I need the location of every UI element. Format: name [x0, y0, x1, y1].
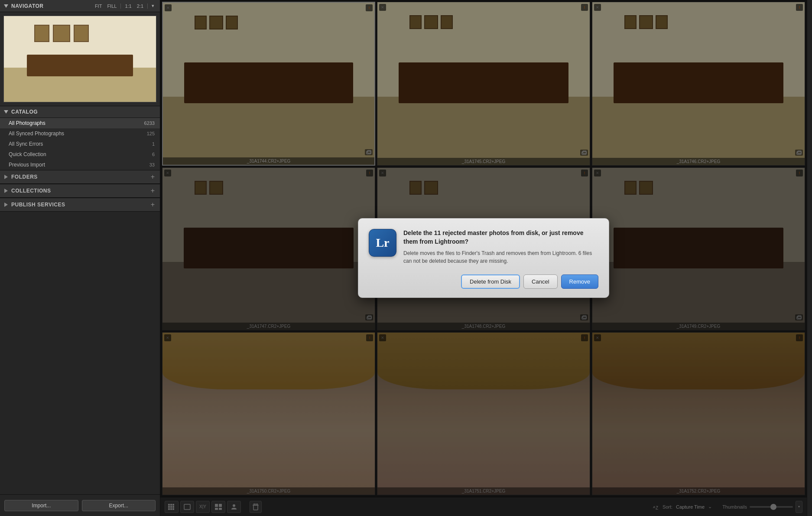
collections-add-btn[interactable]: +	[150, 187, 156, 194]
navigator-title: Navigator	[11, 3, 94, 9]
catalog-item-quick-collection[interactable]: Quick Collection 6	[0, 149, 160, 160]
publish-services-title: Publish Services	[11, 202, 150, 208]
catalog-item-sync-errors[interactable]: All Sync Errors 1	[0, 139, 160, 149]
catalog-item-previous-import-count: 33	[149, 162, 155, 167]
catalog-triangle	[4, 110, 8, 114]
import-button[interactable]: Import...	[4, 500, 78, 511]
nav-fill-btn[interactable]: FILL	[106, 3, 118, 9]
dialog-text: Delete the 11 rejected master photos fro…	[403, 229, 598, 265]
catalog-header[interactable]: Catalog	[0, 106, 160, 118]
collections-title: Collections	[11, 188, 150, 194]
folders-section: Folders +	[0, 170, 160, 184]
nav-2-1-btn[interactable]: 2:1	[136, 3, 145, 9]
lightroom-icon: Lr	[369, 229, 396, 257]
catalog-item-synced-count: 125	[147, 131, 155, 136]
left-panel: Navigator FIT FILL 1:1 2:1 ▾	[0, 0, 160, 516]
art-panel-2	[53, 25, 70, 42]
catalog-item-synced-label: All Synced Photographs	[9, 131, 147, 137]
room-bench	[27, 55, 133, 76]
navigator-preview	[0, 12, 160, 106]
publish-services-header[interactable]: Publish Services +	[0, 198, 160, 212]
nav-dropdown-btn[interactable]: ▾	[150, 3, 156, 9]
catalog-item-quick-collection-count: 6	[152, 152, 155, 157]
folders-add-btn[interactable]: +	[150, 173, 156, 180]
nav-controls: FIT FILL 1:1 2:1 ▾	[94, 3, 156, 9]
navigator-triangle	[4, 4, 8, 8]
catalog-title: Catalog	[11, 109, 156, 115]
dialog-message: Delete moves the files to Finder's Trash…	[403, 249, 598, 265]
navigator-section: Navigator FIT FILL 1:1 2:1 ▾	[0, 0, 160, 106]
art-panel-3	[74, 25, 89, 42]
wall-art	[34, 25, 89, 42]
catalog-items: All Photographs 6233 All Synced Photogra…	[0, 118, 160, 170]
preview-image	[3, 16, 156, 102]
dialog-overlay: Lr Delete the 11 rejected master photos …	[160, 0, 807, 516]
nav-separator	[120, 3, 121, 9]
collections-header[interactable]: Collections +	[0, 184, 160, 198]
room-preview-art	[4, 16, 156, 102]
delete-dialog: Lr Delete the 11 rejected master photos …	[358, 218, 609, 298]
dialog-title: Delete the 11 rejected master photos fro…	[403, 229, 598, 246]
catalog-item-sync-errors-label: All Sync Errors	[9, 141, 152, 147]
nav-1-1-btn[interactable]: 1:1	[123, 3, 133, 9]
catalog-item-previous-import-label: Previous Import	[9, 162, 149, 168]
collections-triangle	[4, 189, 8, 193]
collections-section: Collections +	[0, 184, 160, 198]
export-button[interactable]: Export...	[82, 500, 156, 511]
dialog-body: Lr Delete the 11 rejected master photos …	[369, 229, 598, 265]
catalog-item-all-photos-label: All Photographs	[9, 120, 144, 126]
catalog-item-all-photos[interactable]: All Photographs 6233	[0, 118, 160, 128]
publish-services-section: Publish Services +	[0, 198, 160, 212]
delete-from-disk-button[interactable]: Delete from Disk	[461, 274, 520, 289]
folders-title: Folders	[11, 174, 150, 180]
navigator-header[interactable]: Navigator FIT FILL 1:1 2:1 ▾	[0, 0, 160, 12]
cancel-button[interactable]: Cancel	[523, 274, 557, 289]
nav-fit-btn[interactable]: FIT	[94, 3, 104, 9]
remove-button[interactable]: Remove	[561, 274, 598, 289]
nav-separator-2	[147, 3, 148, 9]
folders-header[interactable]: Folders +	[0, 170, 160, 184]
dialog-buttons: Delete from Disk Cancel Remove	[369, 274, 598, 289]
publish-services-triangle	[4, 202, 8, 207]
catalog-item-sync-errors-count: 1	[152, 141, 155, 147]
publish-services-add-btn[interactable]: +	[150, 201, 156, 208]
art-panel-1	[34, 25, 49, 42]
main-content: ✕ ! _31A1744.CR2+JPEG	[160, 0, 807, 516]
catalog-section: Catalog All Photographs 6233 All Synced …	[0, 106, 160, 170]
bottom-toolbar: Import... Export...	[0, 494, 160, 516]
catalog-item-synced[interactable]: All Synced Photographs 125	[0, 128, 160, 139]
catalog-item-quick-collection-label: Quick Collection	[9, 151, 152, 157]
folders-triangle	[4, 175, 8, 179]
catalog-item-all-photos-count: 6233	[144, 121, 155, 126]
catalog-item-previous-import[interactable]: Previous Import 33	[0, 160, 160, 170]
right-scrollbar[interactable]	[807, 0, 812, 516]
